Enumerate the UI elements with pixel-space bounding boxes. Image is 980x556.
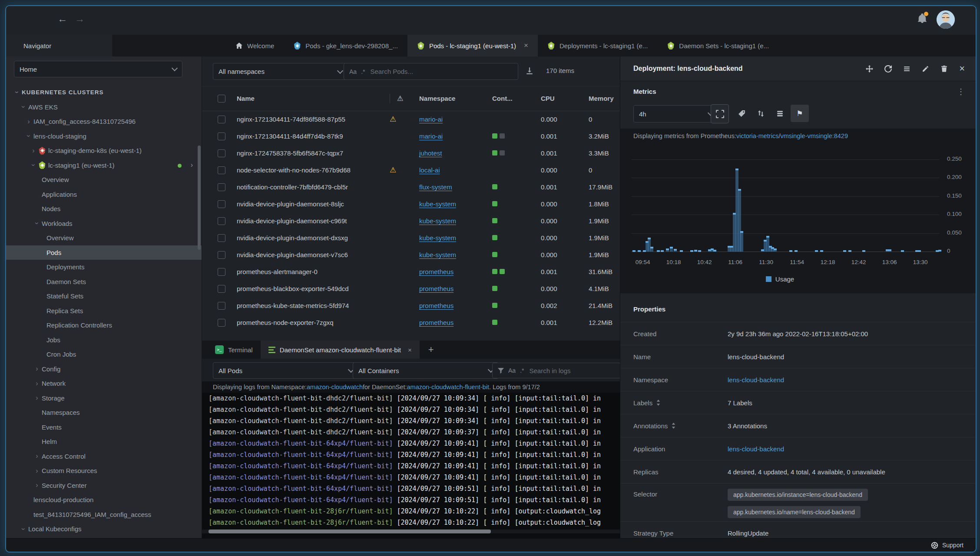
chevron-right-icon[interactable]: ›	[29, 147, 38, 155]
sidebar-item-stateful-sets[interactable]: Stateful Sets	[6, 289, 202, 304]
row-checkbox[interactable]	[218, 251, 225, 259]
table-row[interactable]: nvidia-device-plugin-daemonset-v7sc6kube…	[202, 246, 620, 263]
close-drawer-icon[interactable]: ×	[959, 63, 965, 74]
table-row[interactable]: prometheus-blackbox-exporter-549dcdprome…	[202, 280, 620, 297]
network-metric-button[interactable]	[753, 104, 768, 122]
row-checkbox[interactable]	[218, 149, 225, 157]
table-row[interactable]: nvidia-device-plugin-daemonset-8sljckube…	[202, 195, 620, 212]
sidebar-item-cron-jobs[interactable]: Cron Jobs	[6, 347, 202, 362]
column-containers[interactable]: Cont...	[492, 95, 541, 102]
property-value-link[interactable]: lens-cloud-backend	[728, 445, 784, 453]
select-all-checkbox[interactable]	[218, 95, 225, 103]
row-checkbox[interactable]	[218, 268, 225, 276]
trash-icon[interactable]	[940, 65, 948, 73]
filter-funnel-icon[interactable]	[498, 367, 504, 374]
table-row[interactable]: nvidia-device-plugin-daemonset-c969tkube…	[202, 212, 620, 229]
log-output[interactable]: [amazon-cloudwatch-fluent-bit-dhdc2/flue…	[202, 393, 620, 539]
chevron-right-icon[interactable]: ›	[32, 467, 42, 475]
sidebar-item-aws-eks[interactable]: ›AWS EKS	[6, 100, 202, 115]
chevron-down-icon[interactable]: ›	[20, 524, 27, 534]
namespace-link[interactable]: kube-system	[419, 217, 456, 225]
pods-search-input[interactable]	[369, 67, 513, 76]
metrics-menu-icon[interactable]: ⋮	[957, 87, 965, 96]
regex-icon[interactable]: .*	[520, 367, 524, 374]
sidebar-item-local-kubeconfigs[interactable]: ›Local Kubeconfigs	[6, 522, 202, 536]
chevron-down-icon[interactable]: ›	[30, 160, 37, 170]
table-row[interactable]: nginx-1721304411-74df86f588-87p55⚠mario-…	[202, 111, 620, 128]
sidebar-item-kubernetes-clusters[interactable]: ›KUBERNETES CLUSTERS	[6, 85, 202, 100]
refresh-icon[interactable]	[884, 65, 892, 73]
namespace-link[interactable]: kube-system	[419, 251, 456, 258]
property-value-link[interactable]: lens-cloud-backend	[728, 376, 784, 384]
table-row[interactable]: notification-controller-7bfbfd6479-cbl5r…	[202, 179, 620, 195]
row-checkbox[interactable]	[218, 183, 225, 191]
namespace-link[interactable]: prometheus	[419, 285, 454, 292]
namespace-link[interactable]: flux-system	[419, 183, 452, 191]
sidebar-item-namespaces[interactable]: Namespaces	[6, 405, 202, 420]
flag-metric-button[interactable]: ⚑	[791, 105, 809, 122]
daemonset-link[interactable]: amazon-cloudwatch-fluent-bit	[407, 384, 489, 391]
sidebar-item-events[interactable]: Events	[6, 420, 202, 435]
regex-icon[interactable]: .*	[361, 68, 365, 75]
metrics-range-select[interactable]: 4h	[633, 105, 718, 122]
row-checkbox[interactable]	[218, 302, 225, 310]
sidebar-item-replication-controllers[interactable]: Replication Controllers	[6, 318, 202, 333]
table-row[interactable]: prometheus-alertmanager-0prometheus0.001…	[202, 263, 620, 280]
namespace-link[interactable]: prometheus	[419, 319, 454, 326]
sidebar-item-overview[interactable]: Overview	[6, 172, 202, 187]
table-row[interactable]: nvidia-device-plugin-daemonset-dxsxgkube…	[202, 229, 620, 246]
filesystem-metric-button[interactable]	[772, 104, 787, 122]
row-checkbox[interactable]	[218, 116, 225, 123]
prometheus-provider-link[interactable]: victoria-metrics	[736, 132, 778, 139]
column-cpu[interactable]: CPU	[541, 95, 589, 102]
sidebar-item-storage[interactable]: ›Storage	[6, 391, 202, 406]
tab-daemon-sets-lc-staging1-e-[interactable]: Daemon Sets - lc-staging1 (e...	[657, 35, 778, 56]
sidebar-item-daemon-sets[interactable]: Daemon Sets	[6, 275, 202, 289]
namespace-link[interactable]: mario-ai	[419, 132, 443, 140]
tab-pods-lc-staging1-eu-west-1-[interactable]: Pods - lc-staging1 (eu-west-1)×	[407, 35, 538, 56]
tab-welcome[interactable]: Welcome	[226, 35, 284, 56]
sidebar-item-custom-resources[interactable]: ›Custom Resources	[6, 463, 202, 478]
column-warning-icon[interactable]: ⚠	[390, 94, 419, 103]
row-checkbox[interactable]	[218, 200, 225, 208]
row-checkbox[interactable]	[218, 319, 225, 327]
log-container-filter-select[interactable]: All Containers	[353, 362, 499, 379]
sidebar-item-overview[interactable]: Overview	[6, 231, 202, 245]
namespace-link[interactable]: juhotest	[419, 149, 442, 157]
sidebar-item-access-control[interactable]: ›Access Control	[6, 449, 202, 464]
chevron-right-icon[interactable]: ›	[32, 481, 42, 489]
chevron-right-icon[interactable]: ›	[32, 380, 42, 387]
namespace-link[interactable]: kube-system	[419, 234, 456, 242]
notifications-bell-icon[interactable]	[917, 13, 927, 23]
edit-icon[interactable]	[922, 65, 929, 73]
forward-button[interactable]: →	[75, 13, 85, 25]
chevron-right-icon[interactable]: ›	[24, 118, 33, 126]
table-row[interactable]: nginx-1721304411-84d4ff7d4b-87tk9mario-a…	[202, 128, 620, 145]
sidebar-item-jobs[interactable]: Jobs	[6, 333, 202, 348]
match-case-icon[interactable]: Aa	[349, 68, 357, 75]
sidebar-item-applications[interactable]: Applications	[6, 187, 202, 202]
namespace-link[interactable]: prometheus	[419, 302, 454, 309]
log-pod-filter-select[interactable]: All Pods	[213, 362, 359, 379]
sidebar-item-network[interactable]: ›Network	[6, 376, 202, 391]
sidebar-item-test-841310725496-iam-config-acc[interactable]: test_841310725496_IAM_config_access	[6, 507, 202, 522]
column-memory[interactable]: Memory	[589, 95, 620, 102]
sidebar-scrollbar[interactable]	[198, 146, 201, 250]
table-row[interactable]: nginx-1724758378-5fb6f5847c-tqpx7juhotes…	[202, 145, 620, 162]
table-row[interactable]: prometheus-kube-state-metrics-5fd974prom…	[202, 297, 620, 314]
column-namespace[interactable]: Namespace	[419, 95, 492, 102]
chevron-right-icon[interactable]: ›	[32, 452, 42, 460]
row-checkbox[interactable]	[218, 285, 225, 293]
menu-icon[interactable]	[903, 65, 910, 73]
table-row[interactable]: prometheus-node-exporter-7zgxqprometheus…	[202, 314, 620, 331]
table-row[interactable]: node-selector-with-no-nodes-767b9d68⚠loc…	[202, 162, 620, 179]
new-dock-tab-button[interactable]: +	[420, 341, 443, 359]
namespace-link[interactable]: mario-ai	[419, 116, 443, 123]
sidebar-item-iam-config-access-841310725496[interactable]: ›IAM_config_access-841310725496	[6, 114, 202, 129]
chevron-right-icon[interactable]: ›	[191, 161, 193, 169]
chevron-down-icon[interactable]: ›	[20, 102, 27, 112]
row-checkbox[interactable]	[218, 234, 225, 242]
chevron-down-icon[interactable]: ›	[25, 131, 33, 141]
download-icon[interactable]	[526, 67, 533, 75]
prometheus-endpoint-link[interactable]: vmsingle-vmsingle:8429	[780, 132, 848, 139]
